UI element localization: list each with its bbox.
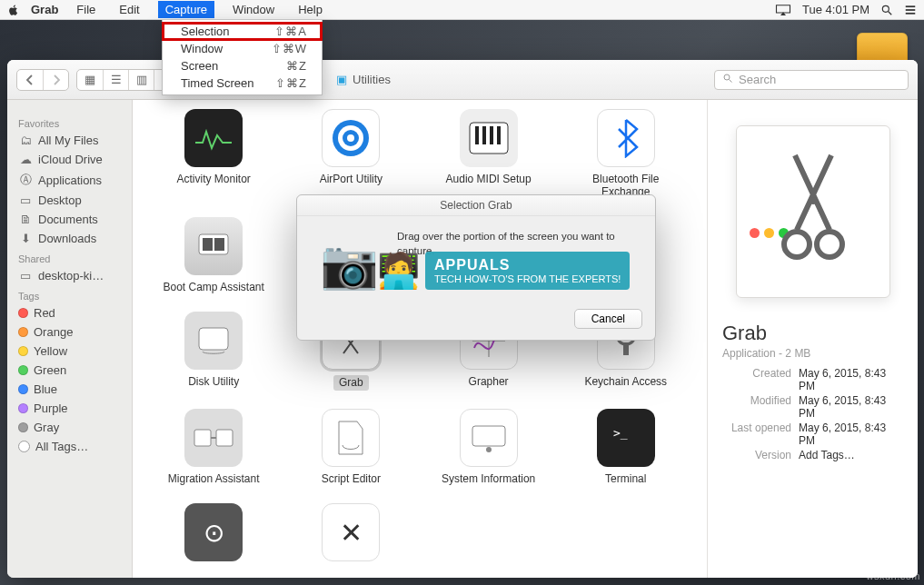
- sidebar-item-all-my-files[interactable]: 🗂All My Files: [7, 131, 132, 150]
- menu-window[interactable]: Window: [227, 1, 280, 18]
- menu-capture[interactable]: Capture: [158, 1, 214, 18]
- script-editor-icon: [322, 409, 380, 467]
- app-label: Audio MIDI Setup: [446, 173, 532, 185]
- menu-file[interactable]: File: [71, 1, 101, 18]
- app-label: Migration Assistant: [168, 472, 260, 485]
- menu-item-label: Window: [181, 42, 223, 55]
- menu-item-label: Selection: [181, 25, 229, 38]
- audio-midi-icon: [460, 109, 518, 167]
- menu-clock[interactable]: Tue 4:01 PM: [802, 3, 869, 16]
- sidebar-item-label: Desktop: [38, 193, 82, 207]
- sidebar-item-downloads[interactable]: ⬇︎Downloads: [7, 229, 132, 248]
- sidebar-item-label: Gray: [34, 421, 59, 434]
- sidebar-tag-yellow[interactable]: Yellow: [7, 342, 132, 361]
- boot-camp-icon: [184, 217, 243, 275]
- app-label: Grapher: [469, 375, 509, 388]
- tag-dot-icon: [18, 308, 28, 318]
- svg-rect-25: [216, 430, 233, 446]
- view-list-button[interactable]: ☰: [103, 70, 128, 90]
- search-placeholder: Search: [739, 73, 776, 86]
- view-columns-button[interactable]: ▥: [128, 70, 154, 90]
- app-migration[interactable]: Migration Assistant: [150, 409, 277, 485]
- sidebar-heading-tags: Tags: [7, 285, 132, 303]
- notification-center-icon[interactable]: [904, 4, 917, 16]
- sidebar-item-label: Yellow: [34, 344, 67, 358]
- menu-item-screen[interactable]: Screen ⌘Z: [163, 57, 322, 74]
- svg-line-6: [730, 80, 732, 83]
- app-x11[interactable]: ✕: [287, 503, 414, 561]
- info-subtitle: Application - 2 MB: [722, 347, 905, 360]
- sidebar-tag-purple[interactable]: Purple: [7, 399, 132, 418]
- app-audio-midi[interactable]: Audio MIDI Setup: [425, 109, 552, 199]
- app-activity-monitor[interactable]: Activity Monitor: [150, 109, 277, 199]
- sidebar-item-icloud[interactable]: ☁︎iCloud Drive: [7, 150, 132, 169]
- app-boot-camp[interactable]: Boot Camp Assistant: [150, 217, 277, 293]
- computer-icon: ▭: [18, 269, 33, 283]
- sidebar-heading-shared: Shared: [7, 248, 132, 266]
- menu-help[interactable]: Help: [293, 1, 328, 18]
- app-label: Grab: [333, 375, 369, 390]
- sidebar-item-label: Downloads: [38, 232, 96, 245]
- camera-icon: 📷: [313, 229, 384, 300]
- menu-item-label: Timed Screen: [181, 76, 253, 90]
- app-disk-utility[interactable]: Disk Utility: [150, 312, 277, 390]
- search-field[interactable]: Search: [714, 70, 909, 90]
- apple-logo-icon[interactable]: [7, 4, 20, 16]
- svg-text:>_: >_: [613, 426, 628, 440]
- sidebar-tag-orange[interactable]: Orange: [7, 322, 132, 342]
- menu-edit[interactable]: Edit: [114, 1, 144, 18]
- sidebar-item-label: Purple: [34, 402, 68, 415]
- menu-item-window[interactable]: Window ⇧⌘W: [163, 40, 322, 57]
- app-voiceover[interactable]: ⊙: [150, 503, 277, 561]
- sidebar-item-label: desktop-ki…: [38, 269, 104, 283]
- app-terminal[interactable]: >_ Terminal: [562, 409, 690, 485]
- svg-rect-3: [906, 9, 916, 11]
- spotlight-icon[interactable]: [880, 4, 893, 16]
- sidebar-item-documents[interactable]: 🗎Documents: [7, 210, 132, 229]
- sidebar-tag-green[interactable]: Green: [7, 361, 132, 380]
- add-tags-link[interactable]: Add Tags…: [799, 449, 905, 461]
- sidebar-item-desktop[interactable]: ▭Desktop: [7, 191, 132, 210]
- cancel-button[interactable]: Cancel: [574, 309, 642, 329]
- all-tags-icon: [18, 441, 30, 452]
- app-airport-utility[interactable]: AirPort Utility: [287, 109, 414, 199]
- sidebar-tag-red[interactable]: Red: [7, 303, 132, 322]
- forward-button[interactable]: [43, 70, 68, 90]
- app-system-information[interactable]: System Information: [425, 409, 552, 485]
- sidebar-item-label: Red: [34, 306, 55, 320]
- svg-rect-26: [472, 426, 505, 446]
- app-name[interactable]: Grab: [31, 3, 58, 16]
- app-label: Script Editor: [322, 472, 381, 485]
- cloud-icon: ☁︎: [18, 153, 33, 166]
- desktop-icon: ▭: [18, 193, 33, 207]
- sidebar-tag-blue[interactable]: Blue: [7, 380, 132, 399]
- info-preview-icon: [736, 125, 890, 298]
- svg-point-5: [724, 74, 730, 80]
- sidebar-item-label: All My Files: [38, 134, 98, 147]
- svg-point-31: [810, 197, 817, 204]
- voiceover-icon: ⊙: [184, 503, 243, 561]
- sidebar-item-label: Blue: [34, 382, 57, 396]
- view-icons-button[interactable]: ▦: [77, 70, 103, 90]
- tag-dot-icon: [18, 422, 28, 432]
- app-bluetooth-file-exchange[interactable]: Bluetooth File Exchange: [562, 109, 690, 199]
- menu-item-timed-screen[interactable]: Timed Screen ⇧⌘Z: [163, 74, 322, 92]
- info-value: May 6, 2015, 8:43 PM: [799, 367, 905, 392]
- sidebar-all-tags[interactable]: All Tags…: [7, 437, 132, 456]
- mascot-icon: 🧑‍💻: [377, 251, 420, 291]
- sidebar-tag-gray[interactable]: Gray: [7, 418, 132, 437]
- capture-menu-dropdown: Selection ⇧⌘A Window ⇧⌘W Screen ⌘Z Timed…: [162, 20, 323, 95]
- all-files-icon: 🗂: [18, 134, 33, 147]
- back-button[interactable]: [17, 70, 43, 90]
- sidebar-item-shared-computer[interactable]: ▭desktop-ki…: [7, 266, 132, 285]
- tag-dot-icon: [18, 403, 28, 413]
- app-script-editor[interactable]: Script Editor: [287, 409, 414, 485]
- menu-item-selection[interactable]: Selection ⇧⌘A: [163, 23, 322, 40]
- sidebar-item-applications[interactable]: ⒶApplications: [7, 169, 132, 191]
- airplay-icon[interactable]: [775, 4, 791, 16]
- selection-grab-dialog: Selection Grab 📷 Drag over the portion o…: [296, 194, 656, 341]
- sidebar-heading-favorites: Favorites: [7, 113, 132, 131]
- svg-point-0: [882, 5, 889, 12]
- svg-point-30: [817, 232, 842, 257]
- app-label: Activity Monitor: [177, 173, 251, 185]
